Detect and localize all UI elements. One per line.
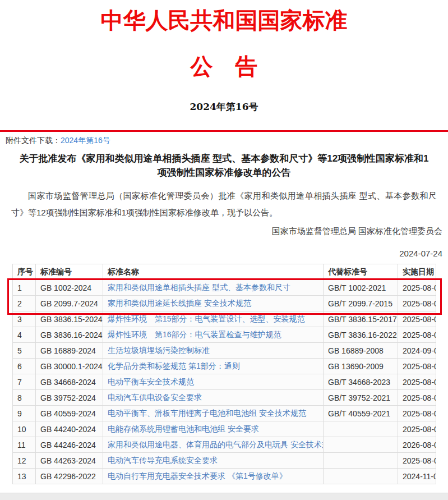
cell-implementation-date: 2024-09-01 (398, 343, 436, 359)
cell-serial-number: 5 (13, 343, 36, 359)
standards-table-container: 序号标准编号标准名称代替标准号实施日期 1GB 1002-2024家用和类似用途… (12, 264, 436, 484)
table-row: 12GB 44263-2024电动汽车传导充电系统安全要求2025-08-01 (13, 453, 436, 469)
standard-name-link[interactable]: 化学品分类和标签规范 第1部分：通则 (108, 361, 240, 370)
cell-implementation-date: 2025-08-01 (398, 374, 436, 390)
standards-table: 序号标准编号标准名称代替标准号实施日期 1GB 1002-2024家用和类似用途… (12, 264, 436, 484)
cell-serial-number: 9 (13, 406, 36, 421)
cell-serial-number: 3 (13, 311, 36, 327)
cell-implementation-date: 2025-08-01 (398, 311, 436, 327)
table-row: 5GB 16889-2024生活垃圾填埋场污染控制标准GB 16889-2008… (13, 343, 436, 359)
table-row: 8GB 39752-2024电动汽车供电设备安全要求GB/T 39752-202… (13, 390, 436, 406)
cell-implementation-date: 2025-08-01 (398, 359, 436, 374)
cell-replaced-standard: GB 13690-2009 (324, 359, 398, 374)
table-row: 6GB 30000.1-2024化学品分类和标签规范 第1部分：通则GB 136… (13, 359, 436, 374)
column-header-0: 序号 (13, 264, 36, 280)
notice-heading: 关于批准发布《家用和类似用途单相插头插座 型式、基本参数和尺寸》等12项强制性国… (19, 152, 429, 180)
standard-name-link[interactable]: 家用和类似用途延长线插座 安全技术规范 (108, 299, 251, 308)
cell-implementation-date: 2025-08-01 (398, 296, 436, 311)
standard-name-link[interactable]: 电动汽车传导充电系统安全要求 (108, 456, 218, 465)
cell-implementation-date: 2025-08-01 (398, 406, 436, 421)
column-header-2: 标准名称 (103, 264, 324, 280)
cell-standard-code: GB 16889-2024 (36, 343, 103, 359)
cell-replaced-standard (324, 453, 398, 469)
cell-serial-number: 2 (13, 296, 36, 311)
cell-replaced-standard: GB/T 40559-2021 (324, 406, 398, 421)
cell-replaced-standard (324, 421, 398, 437)
cell-standard-name: 爆炸性环境 第16部分：电气装置检查与维护规范 (103, 327, 324, 343)
cell-standard-code: GB 44263-2024 (36, 453, 103, 469)
cell-standard-name: 家用和类似用途电器、体育用品的电气部分及电玩具 安全技术规范 (103, 437, 324, 453)
table-row: 4GB 3836.16-2024爆炸性环境 第16部分：电气装置检查与维护规范G… (13, 327, 436, 343)
cell-serial-number: 12 (13, 453, 36, 469)
standard-name-link[interactable]: 家用和类似用途单相插头插座 型式、基本参数和尺寸 (108, 283, 290, 292)
cell-replaced-standard: GB/T 39752-2021 (324, 390, 398, 406)
standard-name-link[interactable]: 电动自行车用充电器安全技术要求 《第1号修改单》 (108, 471, 287, 480)
cell-replaced-standard: GB/T 3836.15-2017 (324, 311, 398, 327)
cell-implementation-date: 2025-08-01 (398, 327, 436, 343)
cell-standard-code: GB 44240-2024 (36, 421, 103, 437)
column-header-4: 实施日期 (398, 264, 436, 280)
cell-standard-code: GB 39752-2024 (36, 390, 103, 406)
cell-replaced-standard (324, 437, 398, 453)
standard-name-link[interactable]: 爆炸性环境 第15部分：电气装置设计、选型、安装规范 (108, 314, 305, 323)
cell-standard-name: 家用和类似用途单相插头插座 型式、基本参数和尺寸 (103, 280, 324, 296)
cell-standard-code: GB 3836.15-2024 (36, 311, 103, 327)
cell-serial-number: 1 (13, 280, 36, 296)
standards-table-body: 1GB 1002-2024家用和类似用途单相插头插座 型式、基本参数和尺寸GB/… (13, 280, 436, 484)
announcement-subtitle: 公 告 (0, 53, 448, 80)
cell-standard-name: 电动平衡车安全技术规范 (103, 374, 324, 390)
table-row: 13GB 42296-2022电动自行车用充电器安全技术要求 《第1号修改单》2… (13, 469, 436, 484)
table-row: 11GB 44246-2024家用和类似用途电器、体育用品的电气部分及电玩具 安… (13, 437, 436, 453)
cell-replaced-standard: GB/T 2099.7-2015 (324, 296, 398, 311)
cell-standard-name: 电动平衡车、滑板车用锂离子电池和电池组 安全技术规范 (103, 406, 324, 421)
attachment-line: 附件文件下载：2024年第16号 (0, 132, 448, 145)
cell-standard-name: 化学品分类和标签规范 第1部分：通则 (103, 359, 324, 374)
cell-standard-code: GB 34668-2024 (36, 374, 103, 390)
standards-table-header-row: 序号标准编号标准名称代替标准号实施日期 (13, 264, 436, 280)
standard-name-link[interactable]: 生活垃圾填埋场污染控制标准 (108, 346, 210, 355)
cell-implementation-date: 2025-08-01 (398, 421, 436, 437)
standard-name-link[interactable]: 电动汽车供电设备安全要求 (108, 393, 202, 402)
attachment-download-link[interactable]: 2024年第16号 (61, 136, 110, 145)
table-row: 10GB 44240-2024电能存储系统用锂蓄电池和电池组 安全要求2025-… (13, 421, 436, 437)
standard-name-link[interactable]: 家用和类似用途电器、体育用品的电气部分及电玩具 安全技术规范 (108, 440, 324, 449)
cell-standard-code: GB 30000.1-2024 (36, 359, 103, 374)
cell-serial-number: 8 (13, 390, 36, 406)
cell-standard-code: GB 44246-2024 (36, 437, 103, 453)
cell-serial-number: 13 (13, 469, 36, 484)
cell-implementation-date: 2024-11-01 (398, 469, 436, 484)
table-row: 3GB 3836.15-2024爆炸性环境 第15部分：电气装置设计、选型、安装… (13, 311, 436, 327)
cell-serial-number: 6 (13, 359, 36, 374)
standard-name-link[interactable]: 电能存储系统用锂蓄电池和电池组 安全要求 (108, 424, 259, 433)
cell-replaced-standard: GB/T 3836.16-2022 (324, 327, 398, 343)
cell-standard-name: 电动汽车供电设备安全要求 (103, 390, 324, 406)
table-row-highlighted: 2GB 2099.7-2024家用和类似用途延长线插座 安全技术规范GB/T 2… (13, 296, 436, 311)
document-title: 中华人民共和国国家标准 (0, 7, 448, 34)
issuing-authority-signature: 国家市场监督管理总局 国家标准化管理委员会 (0, 226, 442, 236)
cell-standard-code: GB 1002-2024 (36, 280, 103, 296)
cell-serial-number: 7 (13, 374, 36, 390)
document-date: 2024-07-24 (0, 248, 442, 259)
cell-serial-number: 10 (13, 421, 36, 437)
table-row: 9GB 40559-2024电动平衡车、滑板车用锂离子电池和电池组 安全技术规范… (13, 406, 436, 421)
cell-replaced-standard: GB/T 34668-2023 (324, 374, 398, 390)
cell-standard-code: GB 3836.16-2024 (36, 327, 103, 343)
cell-serial-number: 11 (13, 437, 36, 453)
issue-number: 2024年第16号 (0, 101, 448, 112)
standard-name-link[interactable]: 电动平衡车、滑板车用锂离子电池和电池组 安全技术规范 (108, 409, 306, 418)
column-header-3: 代替标准号 (324, 264, 398, 280)
notice-body-paragraph: 国家市场监督管理总局（国家标准化管理委员会）批准《家用和类似用途单相插头插座 型… (11, 187, 437, 221)
cell-implementation-date: 2025-08-01 (398, 453, 436, 469)
table-row-highlighted: 1GB 1002-2024家用和类似用途单相插头插座 型式、基本参数和尺寸GB/… (13, 280, 436, 296)
cell-standard-name: 电动自行车用充电器安全技术要求 《第1号修改单》 (103, 469, 324, 484)
cell-standard-name: 电动汽车传导充电系统安全要求 (103, 453, 324, 469)
standard-name-link[interactable]: 电动平衡车安全技术规范 (108, 377, 194, 386)
column-header-1: 标准编号 (36, 264, 103, 280)
cell-standard-code: GB 42296-2022 (36, 469, 103, 484)
page-bottom-edge (0, 493, 448, 500)
cell-serial-number: 4 (13, 327, 36, 343)
cell-standard-name: 电能存储系统用锂蓄电池和电池组 安全要求 (103, 421, 324, 437)
standard-name-link[interactable]: 爆炸性环境 第16部分：电气装置检查与维护规范 (108, 330, 281, 339)
cell-standard-code: GB 40559-2024 (36, 406, 103, 421)
cell-standard-code: GB 2099.7-2024 (36, 296, 103, 311)
